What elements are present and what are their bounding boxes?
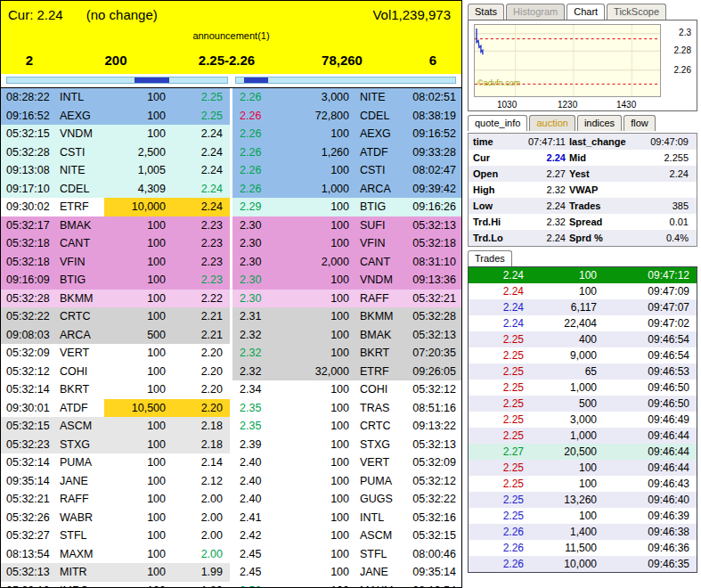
tab[interactable]: TickScope [607,4,666,20]
bid-row: 05:32:19 IMRC 100 1.89 [1,582,230,588]
trade-size: 100 [527,476,600,492]
bid-row: 05:32:18 VFIN 100 2.23 [1,253,230,272]
ask-price: 2.32 [232,344,279,363]
trade-row: 2.25 13,260 09:46:40 [469,492,697,508]
ask-pressure-gauge [235,77,457,84]
side-panel: Stats Histogram Chart TickScope [466,0,699,588]
bid-size: 2,500 [104,143,178,162]
ask-mmid: CDEL [358,107,404,126]
ask-mmid: BMAK [358,326,404,345]
announcement-link[interactable]: announcement(1) [1,28,461,45]
bid-time: 05:32:19 [1,582,58,588]
tab[interactable]: Histogram [506,4,565,20]
bid-size: 100 [104,417,178,436]
ask-size: 72,800 [279,107,358,126]
ask-size: 100 [279,271,358,290]
bid-size: 100 [104,125,178,143]
ask-size: 100 [279,161,358,180]
ask-price: 2.30 [232,234,279,253]
trade-row: 2.25 65 09:46:53 [469,363,697,380]
ask-price: 2.45 [232,563,279,582]
ask-price: 2.40 [232,453,279,472]
tab[interactable]: auction [529,115,575,131]
bid-size: 100 [104,344,178,363]
bid-time: 05:32:21 [1,490,58,509]
ask-price: 2.26 [232,143,279,162]
trade-price: 2.25 [469,460,527,476]
ask-side: 2.26 3,000 NITE 08:02:51 2.26 72,800 CDE… [232,88,461,587]
trade-size: 1,000 [527,380,600,396]
ask-mmid: AEXG [358,125,404,143]
tab-trades[interactable]: Trades [468,250,512,266]
bid-row: 05:32:28 BKMM 100 2.22 [1,290,230,308]
bid-price: 2.24 [178,125,230,143]
trade-row: 2.25 3,000 09:46:49 [469,412,697,428]
bid-mm-count: 2 [1,53,58,68]
tab[interactable]: indices [577,115,622,131]
trade-price: 2.25 [469,363,527,380]
trade-size: 1,000 [527,428,600,444]
trade-price: 2.25 [469,396,527,412]
ask-time: 05:32:13 [404,326,461,345]
trade-row: 2.25 1,000 09:46:44 [469,428,697,444]
tab[interactable]: Chart [567,4,605,20]
ask-mmid: CANT [358,253,404,272]
ask-row: 2.32 32,000 ETRF 09:26:05 [232,363,461,381]
trade-size: 9,000 [527,347,600,363]
level2-montage: Cur: 2.24 (no change) Vol1,239,973 annou… [0,0,462,588]
bid-row: 09:35:14 JANE 100 2.12 [1,472,230,491]
bid-size: 10,500 [104,399,178,418]
ask-size: 100 [279,326,358,345]
ask-row: 2.26 72,800 CDEL 08:38:19 [232,107,461,126]
bid-price: 2.24 [178,143,230,162]
tab[interactable]: Stats [468,4,504,20]
ask-mmid: STXG [358,436,404,454]
ask-time: 05:32:09 [404,453,461,472]
bid-size: 100 [104,363,178,381]
ask-row: 2.29 100 BTIG 09:16:26 [232,198,461,216]
best-ask-size: 78,260 [280,53,404,68]
tab[interactable]: quote_info [468,115,527,131]
bid-time: 05:32:17 [1,216,58,235]
bid-time: 09:08:03 [1,326,58,345]
ask-price: 2.45 [232,545,279,564]
ask-mmid: PUMA [358,472,404,491]
bid-mmid: PUMA [58,453,104,472]
ask-size: 100 [279,380,358,399]
bid-mmid: STFL [58,527,104,545]
bid-time: 05:32:15 [1,417,58,436]
ask-row: 2.45 100 STFL 08:00:46 [232,545,461,564]
trade-time: 09:46:44 [600,460,697,476]
trade-price: 2.25 [469,492,527,508]
bid-price: 2.21 [178,307,230,326]
quote-label: Cur [473,151,518,164]
ask-row: 2.32 100 BMAK 05:32:13 [232,326,461,345]
bid-mmid: CANT [58,234,104,253]
bid-price: 2.00 [178,545,230,564]
bid-size: 100 [104,436,178,454]
bid-size: 100 [104,490,178,509]
tab[interactable]: flow [624,115,656,131]
bid-size: 100 [104,509,178,527]
ask-mmid: JANE [358,563,404,582]
bid-row: 05:32:27 STFL 100 2.00 [1,527,230,545]
ask-mmid: VERT [358,453,404,472]
bid-size: 100 [104,563,178,582]
ask-row: 2.45 100 JANE 09:35:14 [232,563,461,582]
trade-size: 6,117 [527,299,600,315]
ask-row: 2.26 1,000 ARCA 09:39:42 [232,180,461,199]
bid-row: 05:32:21 RAFF 100 2.00 [1,490,230,509]
trade-time: 09:46:35 [600,556,697,572]
trade-size: 100 [527,267,600,283]
ask-time: 05:32:12 [404,472,461,491]
trade-time: 09:46:40 [600,492,697,508]
bid-row: 05:32:26 WABR 100 2.00 [1,509,230,527]
bid-price: 2.20 [178,344,230,363]
trade-row: 2.24 22,404 09:47:02 [469,315,697,331]
order-book: 08:28:22 INTL 100 2.25 09:16:52 AEXG 100… [1,88,461,587]
ask-row: 2.40 100 PUMA 05:32:12 [232,472,461,491]
bid-size: 10,000 [104,198,178,216]
ask-time: 09:13:36 [404,271,461,290]
quote-tab-bar: quote_info auction indices flow [466,111,699,131]
ask-size: 1,000 [279,180,358,199]
